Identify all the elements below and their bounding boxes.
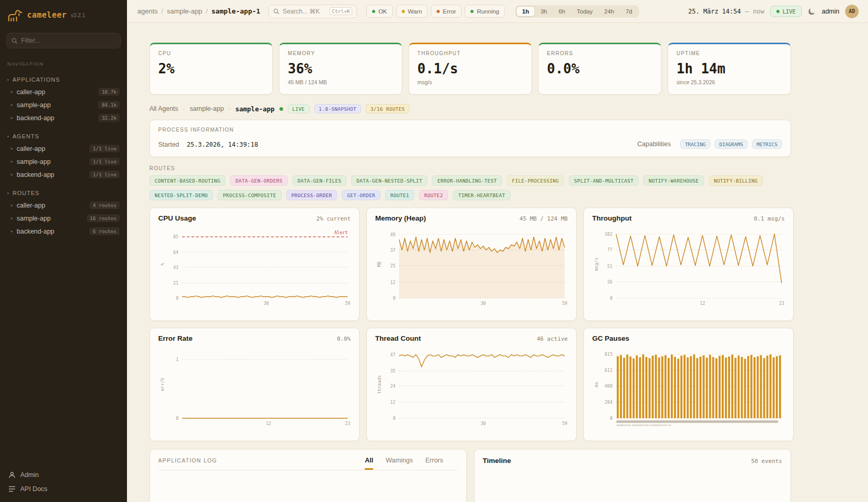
breadcrumb-sample-app[interactable]: sample-app	[167, 7, 202, 15]
svg-text:64: 64	[173, 250, 178, 255]
process-information-title: PROCESS INFORMATION	[158, 127, 782, 133]
sidebar-item-agents-sample-app[interactable]: ▸sample-app1/1 live	[0, 155, 127, 168]
chart-card-throughput: Throughput0.1 msg/s0265177102msg/s1223	[583, 208, 794, 321]
sidebar-section-header-routes[interactable]: ROUTES	[0, 187, 127, 199]
route-chip-data-gen-nested-split[interactable]: DATA-GEN-NESTED-SPLIT	[351, 175, 427, 186]
sidebar-item-applications-sample-app[interactable]: ▸sample-app84.1k	[0, 98, 127, 111]
sidebar-item-agents-backend-app[interactable]: ▸backend-app1/1 live	[0, 168, 127, 181]
svg-text:49: 49	[390, 232, 395, 237]
route-chip-data-gen-orders[interactable]: DATA-GEN-ORDERS	[230, 175, 287, 186]
section-dot-icon	[7, 79, 9, 81]
chart-card-memory-heap: Memory (Heap)45 MB / 124 MB012253749MB30…	[366, 208, 577, 321]
route-chip-content-based-routing[interactable]: CONTENT-BASED-ROUTING	[149, 175, 225, 186]
live-label: LIVE	[783, 8, 796, 15]
datetime-display[interactable]: 25. März 14:54 — now	[688, 8, 764, 15]
log-tabs: AllWarningsErrors	[365, 457, 443, 470]
instance-crumb-sample-app-1[interactable]: sample-app	[190, 105, 224, 112]
status-filter-label: Running	[477, 8, 499, 15]
started-label: Started	[158, 141, 179, 148]
route-chip-notify-billing[interactable]: NOTIFY-BILLING	[709, 175, 763, 186]
sidebar-item-agents-caller-app[interactable]: ▸caller-app1/1 live	[0, 142, 127, 155]
sidebar-item-api-docs[interactable]: API Docs	[8, 485, 119, 493]
svg-text:30: 30	[480, 421, 486, 426]
stat-subtext: since 25.3.2026	[676, 79, 782, 85]
capability-chip-tracing: TRACING	[680, 139, 710, 149]
route-chip-notify-warehouse[interactable]: NOTIFY-WAREHOUSE	[643, 175, 704, 186]
svg-text:26: 26	[607, 279, 612, 285]
filter-input[interactable]	[21, 37, 116, 44]
route-chip-timer-heartbeat[interactable]: TIMER-HEARTBEAT	[453, 190, 510, 200]
chevron-right-icon: ▸	[11, 159, 13, 164]
status-filter-warn[interactable]: Warn	[396, 5, 428, 18]
sidebar-item-applications-caller-app[interactable]: ▸caller-app10.7k	[0, 85, 127, 98]
route-chip-route1[interactable]: ROUTE1	[385, 190, 414, 200]
warn-status-dot-icon	[402, 10, 405, 13]
route-chip-error-handling-test[interactable]: ERROR-HANDLING-TEST	[432, 175, 502, 186]
time-range-7d[interactable]: 7d	[620, 6, 638, 17]
route-chip-data-gen-files[interactable]: DATA-GEN-FILES	[292, 175, 347, 186]
search-icon	[273, 8, 279, 15]
chart-header-memory-heap: Memory (Heap)45 MB / 124 MB	[375, 214, 568, 222]
stat-label: THROUGHPUT	[417, 50, 523, 56]
sidebar-item-label: caller-app	[17, 202, 86, 209]
svg-text:25: 25	[390, 263, 395, 268]
avatar[interactable]: AD	[845, 5, 859, 18]
timeline-title: Timeline	[483, 457, 512, 465]
sidebar-item-routes-sample-app[interactable]: ▸sample-app16 routes	[0, 212, 127, 225]
live-indicator[interactable]: LIVE	[770, 6, 802, 17]
svg-text:102: 102	[605, 231, 612, 237]
time-range-3h[interactable]: 3h	[535, 6, 553, 17]
svg-text:%: %	[160, 263, 165, 265]
log-tab-all[interactable]: All	[365, 457, 373, 470]
badge-3-16-routes: 3/16 ROUTES	[366, 104, 410, 113]
time-range-1h[interactable]: 1h	[516, 6, 534, 17]
time-range-today[interactable]: Today	[571, 6, 598, 17]
route-chip-get-order[interactable]: GET-ORDER	[342, 190, 380, 200]
section-label: ROUTES	[12, 190, 40, 196]
sidebar-section-header-agents[interactable]: AGENTS	[0, 131, 127, 142]
time-range-selector: 1h3h6hToday24h7d	[515, 5, 639, 18]
log-tab-errors[interactable]: Errors	[425, 457, 443, 470]
sidebar-section-header-applications[interactable]: APPLICATIONS	[0, 74, 127, 85]
sidebar-filter[interactable]	[6, 33, 121, 48]
sidebar-item-badge: 10.7k	[98, 88, 120, 96]
route-chip-process-composite[interactable]: PROCESS-COMPOSITE	[218, 190, 281, 200]
log-tab-warnings[interactable]: Warnings	[386, 457, 413, 470]
status-filter-error[interactable]: Error	[431, 5, 462, 18]
sidebar-item-admin[interactable]: Admin	[8, 471, 119, 479]
status-filter-ok[interactable]: OK	[366, 5, 393, 18]
capabilities-label: Capabilities	[637, 140, 671, 148]
route-chip-route2[interactable]: ROUTE2	[419, 190, 448, 200]
route-chips: CONTENT-BASED-ROUTINGDATA-GEN-ORDERSDATA…	[149, 175, 791, 200]
sidebar-item-routes-backend-app[interactable]: ▸backend-app6 routes	[0, 225, 127, 238]
chevron-right-icon: ▸	[11, 172, 13, 177]
stat-subtext: msg/s	[417, 79, 523, 85]
svg-text:threads: threads	[377, 375, 382, 394]
chevron-right-icon: ▸	[11, 203, 13, 208]
svg-text:12: 12	[390, 280, 395, 285]
top-header: agents/sample-app/sample-app-1 Search...…	[127, 0, 868, 23]
route-chip-split-and-multicast[interactable]: SPLIT-AND-MULTICAST	[569, 175, 639, 186]
time-range-24h[interactable]: 24h	[598, 6, 620, 17]
sidebar-item-label: backend-app	[17, 228, 86, 235]
logo-row[interactable]: cameleer v3.2.1	[0, 0, 127, 28]
chart-header-gc-pauses: GC Pauses	[592, 334, 785, 342]
search-placeholder: Search... ⌘K	[283, 8, 320, 15]
sidebar-item-label: caller-app	[17, 88, 95, 96]
chevron-right-icon: ▸	[11, 115, 13, 120]
ok-status-dot-icon	[372, 10, 375, 13]
throughput-chart: 0265177102msg/s1223	[592, 225, 785, 307]
time-range-6h[interactable]: 6h	[553, 6, 571, 17]
breadcrumb-agents[interactable]: agents	[137, 7, 158, 15]
instance-separator: ·	[183, 105, 185, 112]
route-chip-file-processing[interactable]: FILE-PROCESSING	[507, 175, 564, 186]
instance-crumb-all-agents-0[interactable]: All Agents	[149, 105, 178, 112]
route-chip-nested-split-demo[interactable]: NESTED-SPLIT-DEMO	[149, 190, 213, 200]
global-search[interactable]: Search... ⌘K Ctrl+K	[269, 5, 357, 18]
app-version: v3.2.1	[71, 12, 85, 18]
sidebar-item-routes-caller-app[interactable]: ▸caller-app4 routes	[0, 199, 127, 212]
route-chip-process-order[interactable]: PROCESS-ORDER	[286, 190, 337, 200]
status-filter-running[interactable]: Running	[465, 5, 505, 18]
dark-mode-toggle[interactable]	[808, 7, 816, 16]
sidebar-item-applications-backend-app[interactable]: ▸backend-app32.2k	[0, 111, 127, 124]
